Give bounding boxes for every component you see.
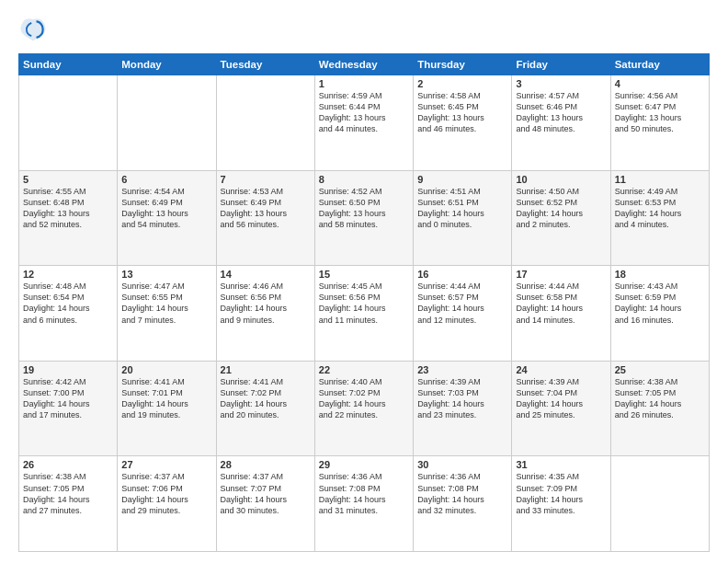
table-row: 15Sunrise: 4:45 AM Sunset: 6:56 PM Dayli… bbox=[314, 266, 413, 362]
calendar-week-row: 26Sunrise: 4:38 AM Sunset: 7:05 PM Dayli… bbox=[19, 456, 710, 552]
day-detail: Sunrise: 4:54 AM Sunset: 6:49 PM Dayligh… bbox=[121, 186, 211, 231]
day-detail: Sunrise: 4:57 AM Sunset: 6:46 PM Dayligh… bbox=[516, 90, 606, 135]
table-row: 18Sunrise: 4:43 AM Sunset: 6:59 PM Dayli… bbox=[610, 266, 709, 362]
day-detail: Sunrise: 4:51 AM Sunset: 6:51 PM Dayligh… bbox=[417, 186, 507, 231]
day-detail: Sunrise: 4:37 AM Sunset: 7:06 PM Dayligh… bbox=[121, 471, 211, 516]
day-detail: Sunrise: 4:59 AM Sunset: 6:44 PM Dayligh… bbox=[319, 90, 409, 135]
table-row: 28Sunrise: 4:37 AM Sunset: 7:07 PM Dayli… bbox=[216, 456, 314, 552]
table-row: 7Sunrise: 4:53 AM Sunset: 6:49 PM Daylig… bbox=[216, 170, 314, 266]
day-number: 22 bbox=[319, 364, 409, 375]
day-detail: Sunrise: 4:37 AM Sunset: 7:07 PM Dayligh… bbox=[221, 471, 311, 516]
day-detail: Sunrise: 4:48 AM Sunset: 6:54 PM Dayligh… bbox=[23, 281, 113, 326]
table-row: 1Sunrise: 4:59 AM Sunset: 6:44 PM Daylig… bbox=[314, 75, 413, 171]
day-number: 11 bbox=[615, 174, 705, 185]
table-row: 2Sunrise: 4:58 AM Sunset: 6:45 PM Daylig… bbox=[414, 75, 512, 171]
header-wednesday: Wednesday bbox=[314, 54, 413, 75]
header-friday: Friday bbox=[512, 54, 610, 75]
day-number: 23 bbox=[417, 364, 507, 375]
day-detail: Sunrise: 4:41 AM Sunset: 7:02 PM Dayligh… bbox=[221, 376, 311, 421]
day-number: 5 bbox=[23, 174, 113, 185]
day-detail: Sunrise: 4:55 AM Sunset: 6:48 PM Dayligh… bbox=[23, 186, 113, 231]
day-number: 3 bbox=[516, 78, 606, 89]
day-number: 15 bbox=[319, 269, 409, 280]
day-detail: Sunrise: 4:40 AM Sunset: 7:02 PM Dayligh… bbox=[319, 376, 409, 421]
calendar-week-row: 5Sunrise: 4:55 AM Sunset: 6:48 PM Daylig… bbox=[19, 170, 710, 266]
day-detail: Sunrise: 4:42 AM Sunset: 7:00 PM Dayligh… bbox=[23, 376, 113, 421]
day-detail: Sunrise: 4:39 AM Sunset: 7:04 PM Dayligh… bbox=[516, 376, 606, 421]
table-row: 21Sunrise: 4:41 AM Sunset: 7:02 PM Dayli… bbox=[216, 361, 314, 456]
table-row: 30Sunrise: 4:36 AM Sunset: 7:08 PM Dayli… bbox=[414, 456, 512, 552]
table-row: 24Sunrise: 4:39 AM Sunset: 7:04 PM Dayli… bbox=[512, 361, 610, 456]
logo bbox=[18, 15, 51, 44]
calendar-week-row: 1Sunrise: 4:59 AM Sunset: 6:44 PM Daylig… bbox=[19, 75, 710, 171]
table-row: 22Sunrise: 4:40 AM Sunset: 7:02 PM Dayli… bbox=[314, 361, 413, 456]
day-detail: Sunrise: 4:36 AM Sunset: 7:08 PM Dayligh… bbox=[319, 471, 409, 516]
day-number: 31 bbox=[516, 459, 606, 470]
day-detail: Sunrise: 4:58 AM Sunset: 6:45 PM Dayligh… bbox=[417, 90, 507, 135]
day-number: 6 bbox=[121, 174, 211, 185]
day-number: 16 bbox=[417, 269, 507, 280]
day-detail: Sunrise: 4:38 AM Sunset: 7:05 PM Dayligh… bbox=[615, 376, 705, 421]
header-saturday: Saturday bbox=[610, 54, 709, 75]
table-row: 9Sunrise: 4:51 AM Sunset: 6:51 PM Daylig… bbox=[414, 170, 512, 266]
day-detail: Sunrise: 4:38 AM Sunset: 7:05 PM Dayligh… bbox=[23, 471, 113, 516]
day-detail: Sunrise: 4:46 AM Sunset: 6:56 PM Dayligh… bbox=[221, 281, 311, 326]
day-detail: Sunrise: 4:53 AM Sunset: 6:49 PM Dayligh… bbox=[221, 186, 311, 231]
table-row bbox=[118, 75, 216, 171]
day-number: 26 bbox=[23, 459, 113, 470]
table-row: 25Sunrise: 4:38 AM Sunset: 7:05 PM Dayli… bbox=[610, 361, 709, 456]
table-row bbox=[610, 456, 709, 552]
table-row: 13Sunrise: 4:47 AM Sunset: 6:55 PM Dayli… bbox=[118, 266, 216, 362]
table-row: 12Sunrise: 4:48 AM Sunset: 6:54 PM Dayli… bbox=[19, 266, 118, 362]
day-number: 1 bbox=[319, 78, 409, 89]
table-row: 3Sunrise: 4:57 AM Sunset: 6:46 PM Daylig… bbox=[512, 75, 610, 171]
day-number: 21 bbox=[221, 364, 311, 375]
table-row: 20Sunrise: 4:41 AM Sunset: 7:01 PM Dayli… bbox=[118, 361, 216, 456]
table-row: 29Sunrise: 4:36 AM Sunset: 7:08 PM Dayli… bbox=[314, 456, 413, 552]
day-detail: Sunrise: 4:43 AM Sunset: 6:59 PM Dayligh… bbox=[615, 281, 705, 326]
day-number: 13 bbox=[121, 269, 211, 280]
day-detail: Sunrise: 4:44 AM Sunset: 6:57 PM Dayligh… bbox=[417, 281, 507, 326]
table-row: 5Sunrise: 4:55 AM Sunset: 6:48 PM Daylig… bbox=[19, 170, 118, 266]
day-number: 30 bbox=[417, 459, 507, 470]
day-detail: Sunrise: 4:41 AM Sunset: 7:01 PM Dayligh… bbox=[121, 376, 211, 421]
weekday-header-row: Sunday Monday Tuesday Wednesday Thursday… bbox=[19, 54, 710, 75]
table-row: 27Sunrise: 4:37 AM Sunset: 7:06 PM Dayli… bbox=[118, 456, 216, 552]
table-row: 23Sunrise: 4:39 AM Sunset: 7:03 PM Dayli… bbox=[414, 361, 512, 456]
day-number: 27 bbox=[121, 459, 211, 470]
table-row: 11Sunrise: 4:49 AM Sunset: 6:53 PM Dayli… bbox=[610, 170, 709, 266]
table-row: 14Sunrise: 4:46 AM Sunset: 6:56 PM Dayli… bbox=[216, 266, 314, 362]
day-number: 12 bbox=[23, 269, 113, 280]
header-tuesday: Tuesday bbox=[216, 54, 314, 75]
table-row: 26Sunrise: 4:38 AM Sunset: 7:05 PM Dayli… bbox=[19, 456, 118, 552]
day-detail: Sunrise: 4:39 AM Sunset: 7:03 PM Dayligh… bbox=[417, 376, 507, 421]
table-row: 16Sunrise: 4:44 AM Sunset: 6:57 PM Dayli… bbox=[414, 266, 512, 362]
table-row bbox=[19, 75, 118, 171]
table-row bbox=[216, 75, 314, 171]
day-number: 7 bbox=[221, 174, 311, 185]
day-number: 20 bbox=[121, 364, 211, 375]
calendar-week-row: 12Sunrise: 4:48 AM Sunset: 6:54 PM Dayli… bbox=[19, 266, 710, 362]
day-number: 2 bbox=[417, 78, 507, 89]
day-number: 10 bbox=[516, 174, 606, 185]
day-detail: Sunrise: 4:44 AM Sunset: 6:58 PM Dayligh… bbox=[516, 281, 606, 326]
day-number: 19 bbox=[23, 364, 113, 375]
logo-icon bbox=[18, 15, 48, 44]
day-detail: Sunrise: 4:45 AM Sunset: 6:56 PM Dayligh… bbox=[319, 281, 409, 326]
header bbox=[18, 15, 710, 44]
page: Sunday Monday Tuesday Wednesday Thursday… bbox=[0, 0, 728, 563]
day-number: 24 bbox=[516, 364, 606, 375]
day-detail: Sunrise: 4:52 AM Sunset: 6:50 PM Dayligh… bbox=[319, 186, 409, 231]
day-detail: Sunrise: 4:36 AM Sunset: 7:08 PM Dayligh… bbox=[417, 471, 507, 516]
table-row: 19Sunrise: 4:42 AM Sunset: 7:00 PM Dayli… bbox=[19, 361, 118, 456]
day-number: 28 bbox=[221, 459, 311, 470]
day-number: 4 bbox=[615, 78, 705, 89]
calendar-table: Sunday Monday Tuesday Wednesday Thursday… bbox=[18, 53, 710, 552]
day-number: 14 bbox=[221, 269, 311, 280]
day-detail: Sunrise: 4:47 AM Sunset: 6:55 PM Dayligh… bbox=[121, 281, 211, 326]
day-number: 18 bbox=[615, 269, 705, 280]
table-row: 31Sunrise: 4:35 AM Sunset: 7:09 PM Dayli… bbox=[512, 456, 610, 552]
table-row: 4Sunrise: 4:56 AM Sunset: 6:47 PM Daylig… bbox=[610, 75, 709, 171]
day-detail: Sunrise: 4:49 AM Sunset: 6:53 PM Dayligh… bbox=[615, 186, 705, 231]
day-detail: Sunrise: 4:35 AM Sunset: 7:09 PM Dayligh… bbox=[516, 471, 606, 516]
